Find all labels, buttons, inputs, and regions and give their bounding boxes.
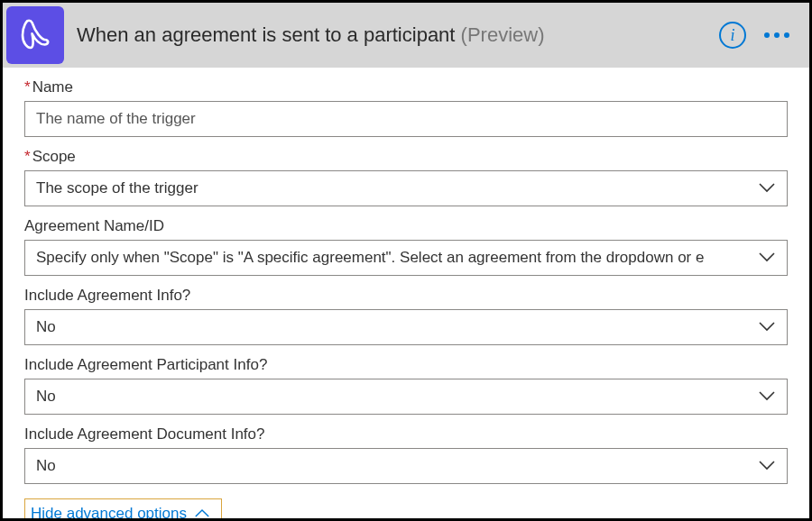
title-text: When an agreement is sent to a participa…	[77, 23, 455, 46]
include-info-label: Include Agreement Info?	[24, 287, 788, 305]
chevron-down-icon	[758, 249, 776, 267]
include-document-select[interactable]: No	[24, 448, 788, 484]
chevron-down-icon	[758, 388, 776, 406]
chevron-down-icon	[758, 457, 776, 475]
title-suffix: (Preview)	[461, 23, 545, 46]
include-info-value: No	[36, 318, 758, 336]
field-scope: *Scope The scope of the trigger	[24, 148, 788, 206]
include-document-value: No	[36, 457, 758, 475]
scope-placeholder: The scope of the trigger	[36, 179, 758, 197]
chevron-down-icon	[758, 318, 776, 336]
field-agreement-id: Agreement Name/ID Specify only when "Sco…	[24, 217, 788, 276]
more-menu-icon[interactable]	[764, 32, 793, 38]
form-body: *Name *Scope The scope of the trigger Ag…	[3, 68, 809, 521]
field-include-participant-info: Include Agreement Participant Info? No	[24, 356, 788, 415]
card-title: When an agreement is sent to a participa…	[77, 23, 719, 47]
scope-label: *Scope	[24, 148, 788, 166]
include-info-select[interactable]: No	[24, 309, 788, 345]
chevron-up-icon	[194, 505, 210, 521]
agreement-id-label: Agreement Name/ID	[24, 217, 788, 235]
include-participant-select[interactable]: No	[24, 379, 788, 415]
include-participant-value: No	[36, 388, 758, 406]
name-input[interactable]	[36, 102, 776, 136]
advanced-toggle-label: Hide advanced options	[31, 505, 187, 521]
name-label: *Name	[24, 78, 788, 96]
chevron-down-icon	[758, 179, 776, 197]
agreement-id-placeholder: Specify only when "Scope" is "A specific…	[36, 249, 758, 267]
include-document-label: Include Agreement Document Info?	[24, 425, 788, 443]
adobe-sign-icon	[6, 6, 64, 64]
scope-select[interactable]: The scope of the trigger	[24, 170, 788, 206]
include-participant-label: Include Agreement Participant Info?	[24, 356, 788, 374]
field-name: *Name	[24, 78, 788, 137]
card-header: When an agreement is sent to a participa…	[3, 3, 809, 68]
name-input-wrapper	[24, 101, 788, 137]
info-icon[interactable]: i	[719, 22, 746, 49]
field-include-agreement-info: Include Agreement Info? No	[24, 287, 788, 345]
hide-advanced-options-button[interactable]: Hide advanced options	[24, 498, 222, 521]
agreement-id-select[interactable]: Specify only when "Scope" is "A specific…	[24, 240, 788, 276]
field-include-document-info: Include Agreement Document Info? No	[24, 425, 788, 484]
